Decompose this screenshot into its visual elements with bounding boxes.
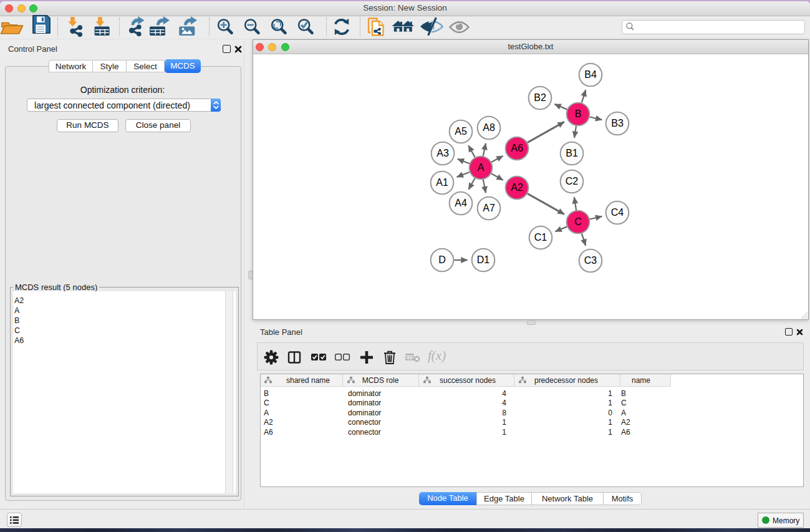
svg-text:A7: A7 xyxy=(483,203,495,213)
svg-text:A5: A5 xyxy=(455,126,467,137)
svg-text:C2: C2 xyxy=(566,176,579,186)
svg-text:A2: A2 xyxy=(511,182,523,193)
svg-text:A6: A6 xyxy=(511,143,523,153)
svg-text:C4: C4 xyxy=(611,207,624,218)
svg-text:C: C xyxy=(574,216,582,227)
svg-text:A4: A4 xyxy=(455,198,467,208)
svg-text:C3: C3 xyxy=(584,255,597,266)
svg-text:D1: D1 xyxy=(477,254,490,265)
svg-text:A: A xyxy=(478,162,485,173)
svg-text:B4: B4 xyxy=(584,69,597,80)
svg-text:D: D xyxy=(438,254,446,265)
svg-text:A1: A1 xyxy=(436,177,448,188)
svg-text:A8: A8 xyxy=(483,122,495,133)
svg-text:C1: C1 xyxy=(534,232,547,243)
svg-text:B2: B2 xyxy=(534,92,546,103)
svg-text:A3: A3 xyxy=(436,148,449,158)
svg-text:B: B xyxy=(575,109,582,119)
svg-text:B1: B1 xyxy=(566,148,578,158)
svg-text:B3: B3 xyxy=(611,118,624,128)
